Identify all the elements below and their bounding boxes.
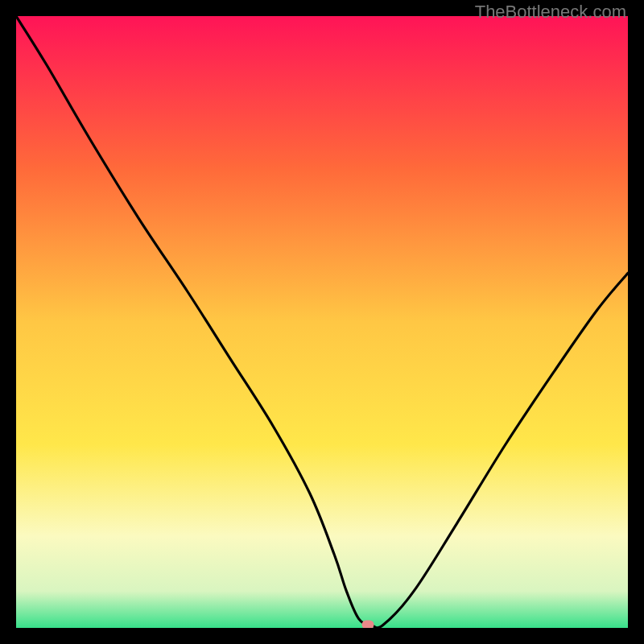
chart-container: TheBottleneck.com (0, 0, 644, 644)
watermark-text: TheBottleneck.com (475, 2, 626, 23)
plot-area (16, 16, 628, 628)
optimal-point-marker (362, 621, 374, 628)
bottleneck-curve (16, 16, 628, 628)
